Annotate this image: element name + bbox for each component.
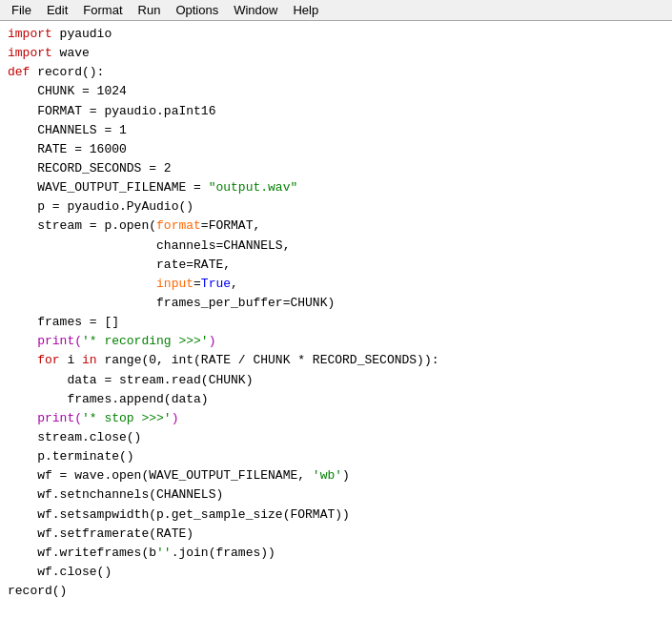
menu-edit[interactable]: Edit	[39, 1, 75, 19]
code-line-25: wf.setnchannels(CHANNELS)	[8, 485, 664, 505]
code-line-1: import pyaudio	[8, 25, 664, 44]
code-line-2: import wave	[8, 44, 664, 63]
code-line-27: wf.setframerate(RATE)	[8, 525, 664, 544]
code-line-14: input=True,	[8, 275, 664, 294]
code-line-11: stream = p.open(format=FORMAT,	[8, 217, 664, 236]
code-line-13: rate=RATE,	[8, 256, 664, 275]
menu-format[interactable]: Format	[75, 1, 130, 19]
code-line-10: p = pyaudio.PyAudio()	[8, 197, 664, 217]
code-line-30: record()	[8, 582, 664, 601]
code-line-15: frames_per_buffer=CHUNK)	[8, 294, 664, 313]
menu-options[interactable]: Options	[168, 1, 226, 19]
code-line-29: wf.close()	[8, 563, 664, 582]
code-line-18: for i in range(0, int(RATE / CHUNK * REC…	[8, 351, 664, 370]
code-line-6: CHANNELS = 1	[8, 121, 664, 140]
code-line-5: FORMAT = pyaudio.paInt16	[8, 102, 664, 121]
code-line-26: wf.setsampwidth(p.get_sample_size(FORMAT…	[8, 506, 664, 525]
code-line-28: wf.writeframes(b''.join(frames))	[8, 544, 664, 563]
code-line-21: print('* stop >>>')	[8, 409, 664, 428]
menu-bar: File Edit Format Run Options Window Help	[0, 0, 672, 21]
menu-file[interactable]: File	[4, 1, 39, 19]
code-line-20: frames.append(data)	[8, 390, 664, 409]
menu-window[interactable]: Window	[226, 1, 285, 19]
code-line-19: data = stream.read(CHUNK)	[8, 371, 664, 390]
code-editor[interactable]: import pyaudio import wave def record():…	[0, 21, 672, 619]
code-line-12: channels=CHANNELS,	[8, 237, 664, 256]
code-line-24: wf = wave.open(WAVE_OUTPUT_FILENAME, 'wb…	[8, 466, 664, 485]
code-line-3: def record():	[8, 63, 664, 82]
menu-help[interactable]: Help	[285, 1, 326, 19]
code-line-22: stream.close()	[8, 428, 664, 447]
code-line-8: RECORD_SECONDS = 2	[8, 159, 664, 178]
code-line-9: WAVE_OUTPUT_FILENAME = ​"output.wav"	[8, 178, 664, 197]
code-line-17: print('* recording >>>')	[8, 332, 664, 351]
code-line-4: CHUNK = 1024	[8, 82, 664, 101]
code-line-7: RATE = 16000	[8, 140, 664, 159]
menu-run[interactable]: Run	[131, 1, 169, 19]
code-line-23: p.terminate()	[8, 447, 664, 466]
code-line-16: frames = []	[8, 313, 664, 332]
